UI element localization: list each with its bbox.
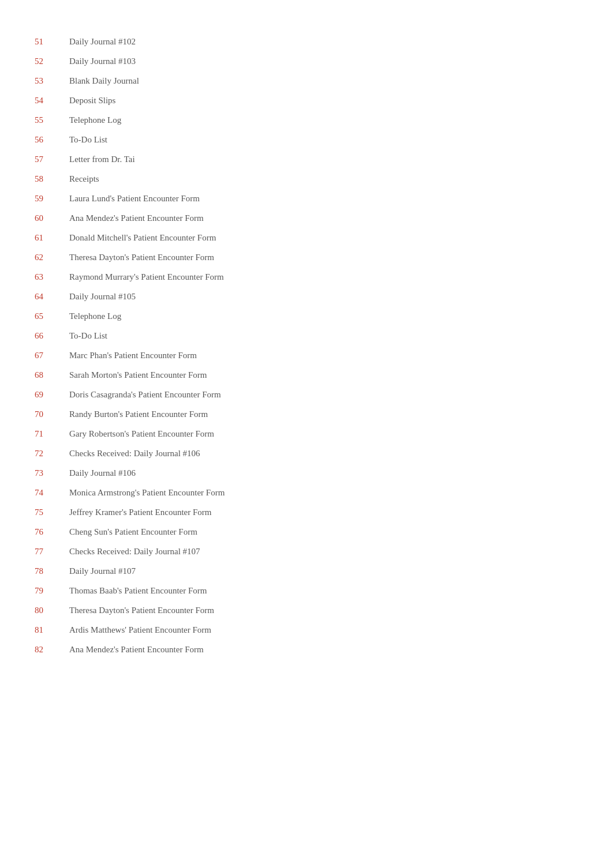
toc-item-label: Gary Robertson's Patient Encounter Form: [69, 427, 214, 441]
list-item[interactable]: 60Ana Mendez's Patient Encounter Form: [35, 211, 578, 225]
toc-item-label: Randy Burton's Patient Encounter Form: [69, 407, 208, 421]
toc-item-label: Telephone Log: [69, 113, 121, 127]
list-item[interactable]: 56To-Do List: [35, 133, 578, 146]
toc-item-label: Daily Journal #105: [69, 290, 136, 303]
list-item[interactable]: 69Doris Casagranda's Patient Encounter F…: [35, 388, 578, 401]
toc-page-number: 78: [35, 564, 69, 578]
toc-item-label: To-Do List: [69, 329, 107, 343]
toc-page-number: 51: [35, 35, 69, 48]
toc-item-label: Thomas Baab's Patient Encounter Form: [69, 584, 207, 598]
toc-page-number: 58: [35, 172, 69, 186]
list-item[interactable]: 82Ana Mendez's Patient Encounter Form: [35, 642, 578, 656]
toc-item-label: Theresa Dayton's Patient Encounter Form: [69, 603, 214, 617]
toc-item-label: Daily Journal #103: [69, 54, 136, 68]
list-item[interactable]: 64Daily Journal #105: [35, 290, 578, 303]
toc-item-label: Daily Journal #102: [69, 35, 136, 48]
toc-page-number: 55: [35, 113, 69, 127]
toc-page-number: 76: [35, 525, 69, 539]
list-item[interactable]: 73Daily Journal #106: [35, 466, 578, 480]
list-item[interactable]: 74Monica Armstrong's Patient Encounter F…: [35, 486, 578, 499]
list-item[interactable]: 53Blank Daily Journal: [35, 74, 578, 88]
toc-page-number: 72: [35, 446, 69, 460]
toc-item-label: Laura Lund's Patient Encounter Form: [69, 191, 200, 205]
toc-page-number: 69: [35, 388, 69, 401]
list-item[interactable]: 77Checks Received: Daily Journal #107: [35, 544, 578, 558]
list-item[interactable]: 80Theresa Dayton's Patient Encounter For…: [35, 603, 578, 617]
list-item[interactable]: 76Cheng Sun's Patient Encounter Form: [35, 525, 578, 539]
toc-item-label: Letter from Dr. Tai: [69, 152, 135, 166]
toc-page-number: 66: [35, 329, 69, 343]
table-of-contents: 51Daily Journal #10252Daily Journal #103…: [35, 35, 578, 656]
toc-page-number: 62: [35, 250, 69, 264]
toc-item-label: Checks Received: Daily Journal #107: [69, 544, 200, 558]
list-item[interactable]: 55Telephone Log: [35, 113, 578, 127]
toc-page-number: 53: [35, 74, 69, 88]
list-item[interactable]: 57Letter from Dr. Tai: [35, 152, 578, 166]
toc-item-label: Blank Daily Journal: [69, 74, 139, 88]
toc-page-number: 82: [35, 642, 69, 656]
list-item[interactable]: 65Telephone Log: [35, 309, 578, 323]
list-item[interactable]: 66To-Do List: [35, 329, 578, 343]
toc-item-label: Raymond Murrary's Patient Encounter Form: [69, 270, 224, 284]
toc-item-label: Jeffrey Kramer's Patient Encounter Form: [69, 505, 212, 519]
toc-page-number: 77: [35, 544, 69, 558]
toc-item-label: Cheng Sun's Patient Encounter Form: [69, 525, 197, 539]
list-item[interactable]: 59Laura Lund's Patient Encounter Form: [35, 191, 578, 205]
toc-item-label: Sarah Morton's Patient Encounter Form: [69, 368, 207, 382]
list-item[interactable]: 75Jeffrey Kramer's Patient Encounter For…: [35, 505, 578, 519]
toc-item-label: Daily Journal #106: [69, 466, 136, 480]
toc-item-label: Monica Armstrong's Patient Encounter For…: [69, 486, 225, 499]
list-item[interactable]: 68Sarah Morton's Patient Encounter Form: [35, 368, 578, 382]
toc-item-label: Theresa Dayton's Patient Encounter Form: [69, 250, 214, 264]
toc-page-number: 61: [35, 231, 69, 245]
toc-page-number: 60: [35, 211, 69, 225]
list-item[interactable]: 71Gary Robertson's Patient Encounter For…: [35, 427, 578, 441]
list-item[interactable]: 70Randy Burton's Patient Encounter Form: [35, 407, 578, 421]
list-item[interactable]: 67Marc Phan's Patient Encounter Form: [35, 348, 578, 362]
toc-page-number: 74: [35, 486, 69, 499]
toc-page-number: 70: [35, 407, 69, 421]
toc-page-number: 80: [35, 603, 69, 617]
toc-item-label: Receipts: [69, 172, 99, 186]
list-item[interactable]: 52Daily Journal #103: [35, 54, 578, 68]
toc-item-label: Daily Journal #107: [69, 564, 136, 578]
toc-item-label: Marc Phan's Patient Encounter Form: [69, 348, 197, 362]
list-item[interactable]: 72Checks Received: Daily Journal #106: [35, 446, 578, 460]
toc-page-number: 52: [35, 54, 69, 68]
toc-page-number: 57: [35, 152, 69, 166]
toc-page-number: 67: [35, 348, 69, 362]
list-item[interactable]: 51Daily Journal #102: [35, 35, 578, 48]
toc-page-number: 81: [35, 623, 69, 637]
list-item[interactable]: 79Thomas Baab's Patient Encounter Form: [35, 584, 578, 598]
list-item[interactable]: 63Raymond Murrary's Patient Encounter Fo…: [35, 270, 578, 284]
toc-page-number: 59: [35, 191, 69, 205]
toc-page-number: 75: [35, 505, 69, 519]
list-item[interactable]: 78Daily Journal #107: [35, 564, 578, 578]
toc-item-label: Ana Mendez's Patient Encounter Form: [69, 642, 204, 656]
toc-page-number: 71: [35, 427, 69, 441]
list-item[interactable]: 58Receipts: [35, 172, 578, 186]
toc-page-number: 54: [35, 93, 69, 107]
list-item[interactable]: 61Donald Mitchell's Patient Encounter Fo…: [35, 231, 578, 245]
toc-item-label: Doris Casagranda's Patient Encounter For…: [69, 388, 221, 401]
toc-page-number: 73: [35, 466, 69, 480]
toc-item-label: Donald Mitchell's Patient Encounter Form: [69, 231, 216, 245]
toc-page-number: 64: [35, 290, 69, 303]
toc-page-number: 65: [35, 309, 69, 323]
toc-item-label: Deposit Slips: [69, 93, 115, 107]
toc-item-label: To-Do List: [69, 133, 107, 146]
list-item[interactable]: 81Ardis Matthews' Patient Encounter Form: [35, 623, 578, 637]
toc-item-label: Telephone Log: [69, 309, 121, 323]
toc-page-number: 68: [35, 368, 69, 382]
toc-page-number: 63: [35, 270, 69, 284]
toc-item-label: Ardis Matthews' Patient Encounter Form: [69, 623, 211, 637]
toc-item-label: Checks Received: Daily Journal #106: [69, 446, 200, 460]
toc-page-number: 56: [35, 133, 69, 146]
toc-item-label: Ana Mendez's Patient Encounter Form: [69, 211, 204, 225]
list-item[interactable]: 62Theresa Dayton's Patient Encounter For…: [35, 250, 578, 264]
list-item[interactable]: 54Deposit Slips: [35, 93, 578, 107]
toc-page-number: 79: [35, 584, 69, 598]
